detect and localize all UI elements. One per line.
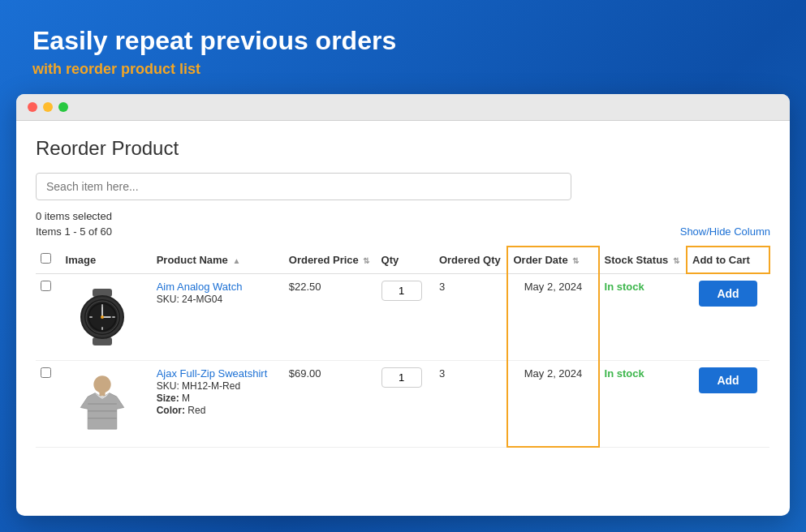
- row1-product-link[interactable]: Aim Analog Watch: [157, 281, 243, 293]
- row2-qty-input[interactable]: [381, 367, 422, 388]
- maximize-icon[interactable]: [58, 102, 68, 112]
- row1-qty-input[interactable]: [381, 281, 422, 301]
- svg-rect-15: [99, 391, 105, 395]
- th-image: Image: [61, 247, 152, 273]
- th-qty: Qty: [377, 247, 434, 273]
- row2-product-name-cell: Ajax Full-Zip Sweatshirt SKU: MH12-M-Red…: [152, 360, 284, 447]
- row2-sku: SKU: MH12-M-Red: [157, 380, 240, 392]
- svg-point-13: [101, 315, 104, 319]
- row1-price: $22.50: [289, 281, 321, 293]
- window-content: Reorder Product 0 items selected Items 1…: [16, 121, 790, 464]
- row1-checkbox[interactable]: [41, 281, 51, 291]
- row1-price-cell: $22.50: [284, 273, 377, 360]
- row2-color: Color: Red: [157, 405, 206, 416]
- hero-subtitle: with reorder product list: [32, 61, 774, 78]
- items-range-label: Items 1 - 5 of 60: [36, 225, 112, 238]
- row2-add-to-cart-cell: Add: [687, 360, 769, 447]
- row2-size: Size: M: [157, 393, 190, 404]
- row1-product-image: [66, 281, 139, 354]
- svg-point-14: [93, 375, 110, 393]
- row2-stock-status-cell: In stock: [599, 360, 687, 447]
- svg-rect-8: [101, 327, 103, 330]
- sort-icon-product-name[interactable]: ▲: [232, 256, 240, 265]
- row1-qty-cell: [377, 273, 434, 360]
- table-row: Ajax Full-Zip Sweatshirt SKU: MH12-M-Red…: [36, 360, 769, 447]
- th-add-to-cart: Add to Cart: [687, 247, 769, 273]
- sort-icon-ordered-price[interactable]: ⇅: [363, 256, 369, 265]
- window-titlebar: [16, 94, 790, 121]
- row2-order-date-cell: May 2, 2024: [507, 360, 598, 447]
- row1-stock-status: In stock: [605, 281, 644, 293]
- row1-image-cell: [61, 273, 152, 360]
- th-ordered-qty: Ordered Qty: [434, 247, 508, 273]
- th-stock-status: Stock Status ⇅: [599, 247, 687, 273]
- table-row: Aim Analog Watch SKU: 24-MG04 $22.50 3: [36, 273, 769, 360]
- row2-qty-cell: [377, 360, 434, 447]
- items-selected-label: 0 items selected: [36, 210, 770, 222]
- row1-sku: SKU: 24-MG04: [157, 294, 222, 305]
- th-product-name: Product Name ▲: [152, 247, 284, 273]
- row1-checkbox-cell: [36, 273, 61, 360]
- row2-price-cell: $69.00: [284, 360, 377, 447]
- show-hide-column-button[interactable]: Show/Hide Column: [680, 225, 770, 238]
- select-all-checkbox[interactable]: [41, 253, 51, 264]
- row1-ordered-qty: 3: [439, 281, 445, 293]
- th-select-all[interactable]: [36, 247, 61, 273]
- shirt-person-icon: [70, 371, 135, 436]
- minimize-icon[interactable]: [43, 102, 53, 112]
- row2-price: $69.00: [289, 367, 321, 380]
- watch-icon: [70, 285, 135, 350]
- product-table: Image Product Name ▲ Ordered Price ⇅ Qty: [36, 246, 770, 448]
- sort-icon-order-date[interactable]: ⇅: [572, 256, 579, 265]
- table-header-row: Image Product Name ▲ Ordered Price ⇅ Qty: [36, 247, 769, 273]
- sort-icon-stock-status[interactable]: ⇅: [673, 256, 679, 265]
- row2-add-to-cart-button[interactable]: Add: [699, 367, 756, 393]
- svg-rect-9: [89, 316, 93, 318]
- row2-ordered-qty-cell: 3: [434, 360, 508, 447]
- row1-add-to-cart-cell: Add: [687, 273, 769, 360]
- hero-title: Easily repeat previous orders: [32, 26, 774, 56]
- row2-stock-status: In stock: [605, 367, 644, 380]
- row1-product-name-cell: Aim Analog Watch SKU: 24-MG04: [152, 273, 284, 360]
- row2-product-link[interactable]: Ajax Full-Zip Sweatshirt: [157, 367, 268, 380]
- row1-order-date-cell: May 2, 2024: [507, 273, 598, 360]
- close-icon[interactable]: [28, 102, 37, 112]
- row1-ordered-qty-cell: 3: [434, 273, 508, 360]
- items-range-row: Items 1 - 5 of 60 Show/Hide Column: [36, 225, 770, 238]
- row2-checkbox-cell: [36, 360, 61, 447]
- row2-order-date: May 2, 2024: [524, 367, 583, 380]
- row2-checkbox[interactable]: [41, 367, 51, 378]
- th-order-date: Order Date ⇅: [507, 247, 598, 273]
- row1-order-date: May 2, 2024: [524, 281, 583, 293]
- row2-product-image: [66, 367, 139, 440]
- row1-add-to-cart-button[interactable]: Add: [699, 281, 756, 307]
- page-title: Reorder Product: [36, 137, 770, 160]
- row1-stock-status-cell: In stock: [599, 273, 687, 360]
- search-input[interactable]: [36, 173, 571, 200]
- th-ordered-price: Ordered Price ⇅: [284, 247, 377, 273]
- row2-ordered-qty: 3: [439, 367, 445, 380]
- hero-section: Easily repeat previous orders with reord…: [0, 0, 806, 94]
- row2-image-cell: [61, 360, 152, 447]
- app-window: Reorder Product 0 items selected Items 1…: [16, 94, 790, 516]
- svg-rect-10: [112, 316, 115, 318]
